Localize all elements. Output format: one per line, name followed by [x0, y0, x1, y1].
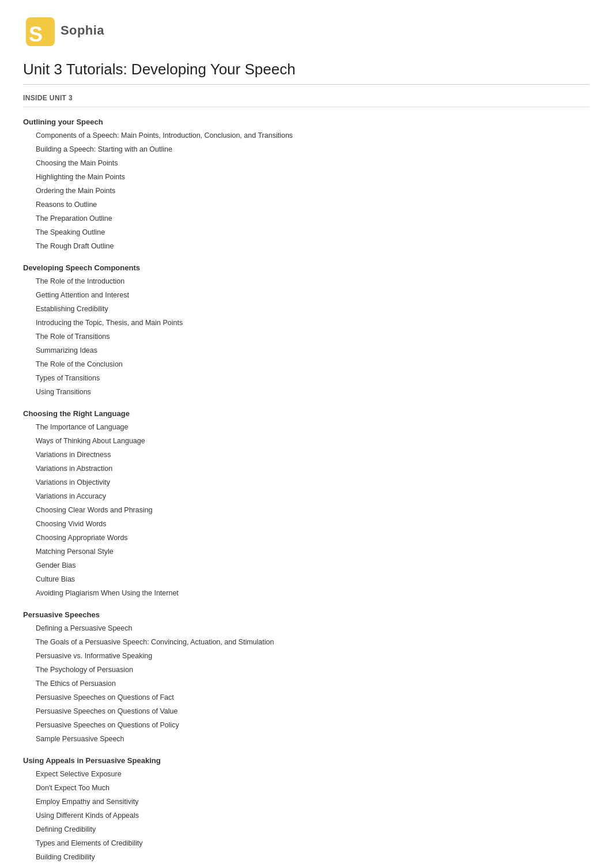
list-item[interactable]: Expect Selective Exposure [23, 767, 589, 781]
list-item[interactable]: Persuasive Speeches on Questions of Poli… [23, 718, 589, 732]
list-item[interactable]: Choosing Clear Words and Phrasing [23, 503, 589, 517]
list-item[interactable]: Types of Transitions [23, 371, 589, 385]
list-item[interactable]: Building Credibility [23, 850, 589, 864]
list-item[interactable]: Variations in Directness [23, 448, 589, 462]
list-item[interactable]: Using Different Kinds of Appeals [23, 809, 589, 822]
list-item[interactable]: Introducing the Topic, Thesis, and Main … [23, 316, 589, 330]
list-item[interactable]: Defining a Persuasive Speech [23, 621, 589, 635]
list-item[interactable]: Reasons to Outline [23, 198, 589, 212]
list-item[interactable]: Culture Bias [23, 572, 589, 586]
list-item[interactable]: The Psychology of Persuasion [23, 663, 589, 677]
list-item[interactable]: The Goals of a Persuasive Speech: Convin… [23, 635, 589, 649]
list-item[interactable]: Components of a Speech: Main Points, Int… [23, 129, 589, 142]
list-item[interactable]: The Ethics of Persuasion [23, 677, 589, 690]
groups-container: Outlining your SpeechComponents of a Spe… [23, 118, 589, 868]
list-item[interactable]: Defining Credibility [23, 822, 589, 836]
list-item[interactable]: Choosing Vivid Words [23, 517, 589, 531]
list-item[interactable]: Choosing the Main Points [23, 156, 589, 170]
list-item[interactable]: Choosing Appropriate Words [23, 531, 589, 545]
list-item[interactable]: Persuasive vs. Informative Speaking [23, 649, 589, 663]
list-item[interactable]: Matching Personal Style [23, 545, 589, 558]
list-item[interactable]: Summarizing Ideas [23, 344, 589, 357]
sophia-logo-icon: S [23, 12, 61, 49]
list-item[interactable]: Establishing Credibility [23, 302, 589, 316]
group-title-group-persuasive: Persuasive Speeches [23, 610, 589, 619]
group-title-group-appeals: Using Appeals in Persuasive Speaking [23, 756, 589, 765]
page-title: Unit 3 Tutorials: Developing Your Speech [23, 61, 589, 85]
list-item[interactable]: The Importance of Language [23, 420, 589, 434]
list-item[interactable]: Ordering the Main Points [23, 184, 589, 198]
list-item[interactable]: The Role of the Conclusion [23, 357, 589, 371]
logo-area: S Sophia [23, 12, 589, 49]
list-item[interactable]: Types and Elements of Credibility [23, 836, 589, 850]
list-item[interactable]: Ethical Usage [23, 864, 589, 868]
list-item[interactable]: Ways of Thinking About Language [23, 434, 589, 448]
list-item[interactable]: Persuasive Speeches on Questions of Fact [23, 690, 589, 704]
inside-unit-label: INSIDE UNIT 3 [23, 94, 589, 102]
list-item[interactable]: Variations in Accuracy [23, 489, 589, 503]
header-divider [23, 107, 589, 107]
list-item[interactable]: Don't Expect Too Much [23, 781, 589, 795]
list-item[interactable]: The Role of Transitions [23, 330, 589, 344]
group-title-group-outlining: Outlining your Speech [23, 118, 589, 126]
list-item[interactable]: The Rough Draft Outline [23, 239, 589, 253]
list-item[interactable]: Variations in Abstraction [23, 462, 589, 475]
group-title-group-language: Choosing the Right Language [23, 409, 589, 418]
list-item[interactable]: The Speaking Outline [23, 225, 589, 239]
list-item[interactable]: Avoiding Plagiarism When Using the Inter… [23, 586, 589, 600]
svg-text:S: S [29, 22, 43, 46]
list-item[interactable]: The Preparation Outline [23, 212, 589, 225]
list-item[interactable]: Gender Bias [23, 558, 589, 572]
list-item[interactable]: Sample Persuasive Speech [23, 732, 589, 746]
list-item[interactable]: Persuasive Speeches on Questions of Valu… [23, 704, 589, 718]
group-title-group-developing: Developing Speech Components [23, 263, 589, 272]
logo-brand-text: Sophia [61, 23, 104, 38]
list-item[interactable]: Variations in Objectivity [23, 475, 589, 489]
list-item[interactable]: Using Transitions [23, 385, 589, 399]
list-item[interactable]: Getting Attention and Interest [23, 288, 589, 302]
list-item[interactable]: The Role of the Introduction [23, 274, 589, 288]
list-item[interactable]: Employ Empathy and Sensitivity [23, 795, 589, 809]
list-item[interactable]: Highlighting the Main Points [23, 170, 589, 184]
list-item[interactable]: Building a Speech: Starting with an Outl… [23, 142, 589, 156]
